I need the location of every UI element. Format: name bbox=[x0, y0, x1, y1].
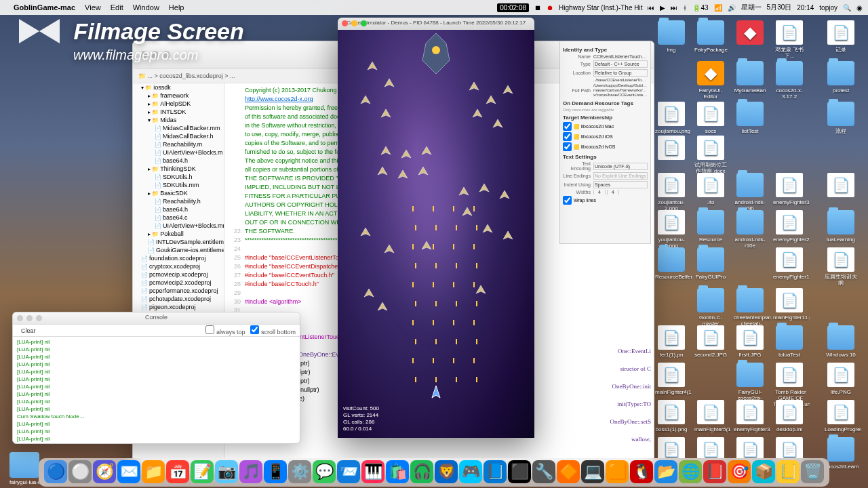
wrap-checkbox[interactable] bbox=[563, 196, 572, 205]
folder-Pokeball[interactable]: Pokeball bbox=[133, 230, 224, 238]
desktop-icon-second2.JPG[interactable]: 📄second2.JPG bbox=[693, 325, 728, 360]
dock-app[interactable]: ⚪ bbox=[68, 460, 92, 483]
desktop-icon-Goblin-C-master[interactable]: Goblin-C-master bbox=[693, 288, 728, 329]
scroll-bottom-check[interactable]: scroll bottom bbox=[250, 325, 296, 336]
file-INTLDevSample.entitlements[interactable]: INTLDevSample.entitlements bbox=[133, 238, 224, 246]
dock-app[interactable]: 🎯 bbox=[728, 460, 751, 483]
desktop-icon-试用期岗位工作指南.docx[interactable]: 📄试用期岗位工作指南.docx bbox=[693, 136, 728, 176]
desktop-icon-mainFighter4(1).png[interactable]: 📄mainFighter4(1).png bbox=[654, 363, 689, 397]
dock-app[interactable]: 📅 bbox=[166, 460, 189, 483]
console-log[interactable]: [LUA-print] nil[LUA-print] nil[LUA-print… bbox=[13, 337, 300, 444]
menu-time[interactable]: 20:14 bbox=[797, 4, 814, 12]
desktop-icon-Windows 10[interactable]: Windows 10 bbox=[823, 325, 859, 360]
menu-view[interactable]: View bbox=[85, 3, 101, 12]
bluetooth-icon[interactable]: ᚼ bbox=[683, 4, 687, 12]
desktop-icon-enemyFighter11.png[interactable]: 📄enemyFighter11.png bbox=[772, 247, 807, 282]
desktop-icon-android-ndk-r10e[interactable]: android-ndk-r10e bbox=[732, 210, 768, 251]
desktop-icon-FairyGUIPro[interactable]: FairyGUIPro bbox=[693, 247, 728, 282]
record-icon[interactable]: ⏺ bbox=[547, 4, 553, 12]
file-GoukiGame-ios.entitlements[interactable]: GoukiGame-ios.entitlements bbox=[133, 246, 224, 254]
menu-edit[interactable]: Edit bbox=[111, 3, 123, 12]
wifi-icon[interactable]: 📶 bbox=[714, 4, 722, 12]
file-base64.h[interactable]: base64.h bbox=[133, 205, 224, 214]
dock-app[interactable]: 📕 bbox=[703, 460, 726, 483]
dock-app[interactable]: 🌐 bbox=[679, 460, 702, 483]
file-Reachability.m[interactable]: Reachability.m bbox=[133, 140, 224, 148]
desktop-icon-LoadingProgressObject.lua[interactable]: 📄LoadingProgressObject.lua bbox=[823, 400, 859, 434]
file-SDKUtils.h[interactable]: SDKUtils.h bbox=[133, 173, 224, 181]
simulator-titlebar[interactable]: Cocos Simulator - Demos - PID 64788 - La… bbox=[338, 18, 534, 30]
media-play-icon[interactable]: ▶ bbox=[660, 4, 665, 12]
dock-app[interactable]: 🎮 bbox=[459, 460, 482, 483]
desktop-icon-FairyGUI-Editor[interactable]: ◆FairyGUI-Editor bbox=[693, 61, 728, 102]
desktop-icon-zoujiantou.png[interactable]: 📄zoujiantou.png bbox=[654, 102, 689, 136]
desktop-icon-desktop.ini[interactable]: 📄desktop.ini bbox=[772, 400, 807, 434]
inspector-type[interactable]: Default - C++ Source bbox=[593, 60, 648, 68]
folder-BasicSDK[interactable]: BasicSDK bbox=[133, 189, 224, 197]
file-Reachability.h[interactable]: Reachability.h bbox=[133, 197, 224, 205]
desktop-icon-firstt.JPG[interactable]: 📄firstt.JPG bbox=[732, 325, 768, 360]
dock-app[interactable]: 🎵 bbox=[239, 460, 262, 483]
desktop-icon-ter1(1).pn[interactable]: 📄ter1(1).pn bbox=[654, 325, 689, 360]
file-base64.h[interactable]: base64.h bbox=[133, 157, 224, 165]
target-libcocos2d iOS[interactable]: 🟨 libcocos2d iOS bbox=[563, 132, 648, 141]
dock-app[interactable]: ✉️ bbox=[117, 460, 140, 483]
file-pigeon.xcodeproj[interactable]: pigeon.xcodeproj bbox=[133, 303, 224, 311]
dock-app[interactable]: 🧭 bbox=[93, 460, 116, 483]
file-pcmoviecip.xcodeproj[interactable]: pcmoviecip.xcodeproj bbox=[133, 270, 224, 279]
menu-help[interactable]: Help bbox=[169, 3, 184, 12]
dock-app[interactable]: 🛍️ bbox=[386, 460, 409, 483]
desktop-icon-邓龙泉
飞书下...[interactable]: 📄邓龙泉 飞书下... bbox=[772, 20, 807, 61]
desktop-icon-FairyPackage[interactable]: FairyPackage bbox=[693, 20, 728, 55]
desktop-icon-Resource[interactable]: Resource bbox=[693, 210, 728, 245]
file-cryptoxx.xcodeproj[interactable]: cryptoxx.xcodeproj bbox=[133, 262, 224, 270]
folder-iossdk[interactable]: iossdk bbox=[133, 83, 224, 92]
desktop-icon-cocos2d-x-3.17.2[interactable]: cocos2d-x-3.17.2 bbox=[772, 61, 807, 102]
desktop-icon-.ito[interactable]: 📄.ito bbox=[693, 173, 728, 207]
dock-app[interactable]: 🔧 bbox=[532, 460, 555, 483]
file-foundation.xcodeproj[interactable]: foundation.xcodeproj bbox=[133, 254, 224, 262]
dock-app[interactable]: 🦁 bbox=[435, 460, 458, 483]
dock-app[interactable]: 🐧 bbox=[630, 460, 653, 483]
file-MidasCallBacker.h[interactable]: MidasCallBacker.h bbox=[133, 132, 224, 140]
breadcrumb-path[interactable]: 📁 ... > cocos2d_libs.xcodeproj > ... bbox=[138, 73, 235, 79]
game-canvas[interactable]: visitCount: 500 GL verts: 2144 GL calls:… bbox=[338, 30, 534, 438]
folder-Midas[interactable]: Midas bbox=[133, 116, 224, 124]
volume-icon[interactable]: 🔊 bbox=[728, 4, 736, 12]
dock-app[interactable]: 📁 bbox=[142, 460, 165, 483]
stop-icon[interactable]: ⏹ bbox=[534, 4, 541, 12]
dock-app[interactable]: 🔶 bbox=[557, 460, 580, 483]
dock-app[interactable]: 💬 bbox=[313, 460, 336, 483]
dock-app[interactable]: 📱 bbox=[264, 460, 287, 483]
dock-app[interactable]: 📷 bbox=[215, 460, 238, 483]
dock-app[interactable]: 📦 bbox=[752, 460, 775, 483]
desktop-icon-liotTest[interactable]: liotTest bbox=[732, 102, 768, 136]
file-SDKUtils.mm[interactable]: SDKUtils.mm bbox=[133, 181, 224, 189]
desktop-icon-protest[interactable]: protest bbox=[823, 61, 859, 96]
dock-app[interactable]: 🗑️ bbox=[801, 460, 824, 483]
desktop-icon-item[interactable]: 📄 bbox=[823, 173, 859, 205]
file-pcmoviecip2.xcodeproj[interactable]: pcmoviecip2.xcodeproj bbox=[133, 279, 224, 287]
dock-app[interactable]: 💻 bbox=[581, 460, 604, 483]
desktop-icon-enemyFighter33.png[interactable]: 📄enemyFighter33.png bbox=[772, 173, 807, 207]
console-titlebar[interactable]: Console bbox=[13, 312, 300, 325]
dock-app[interactable]: ⬛ bbox=[508, 460, 531, 483]
app-name[interactable]: GoblinGame-mac bbox=[14, 3, 75, 12]
desktop-icon-记录[interactable]: 📄记录 bbox=[823, 20, 859, 55]
desktop[interactable]: imgFairyPackage◆📄邓龙泉 飞书下...📄记录◆FairyGUI-… bbox=[654, 20, 864, 468]
desktop-icon-boss1(1).png[interactable]: 📄boss1(1).png bbox=[654, 400, 689, 434]
menu-lang[interactable]: 星期一 bbox=[741, 3, 762, 12]
desktop-icon-zoujiantou-2.png[interactable]: 📄zoujiantou-2.png bbox=[654, 173, 689, 214]
folder-AlHelpSDK[interactable]: AlHelpSDK bbox=[133, 100, 224, 108]
desktop-icon-item[interactable]: ◆ bbox=[732, 20, 768, 52]
folder-INTLSDK[interactable]: INTLSDK bbox=[133, 108, 224, 116]
desktop-icon-流程[interactable]: 流程 bbox=[823, 102, 859, 136]
desktop-icon-toluaTest[interactable]: toluaTest bbox=[772, 325, 807, 360]
menu-date[interactable]: 5月30日 bbox=[767, 3, 792, 12]
desktop-icon-life.PNG[interactable]: 📄life.PNG bbox=[823, 363, 859, 397]
siri-icon[interactable]: ◉ bbox=[856, 4, 863, 12]
inspector-location[interactable]: Relative to Group bbox=[593, 69, 648, 77]
dock-app[interactable]: 📒 bbox=[776, 460, 800, 483]
desktop-icon-MyGameBan[interactable]: MyGameBan bbox=[732, 61, 768, 96]
file-UIAlertView+Blocks.mm[interactable]: UIAlertView+Blocks.mm bbox=[133, 222, 224, 230]
